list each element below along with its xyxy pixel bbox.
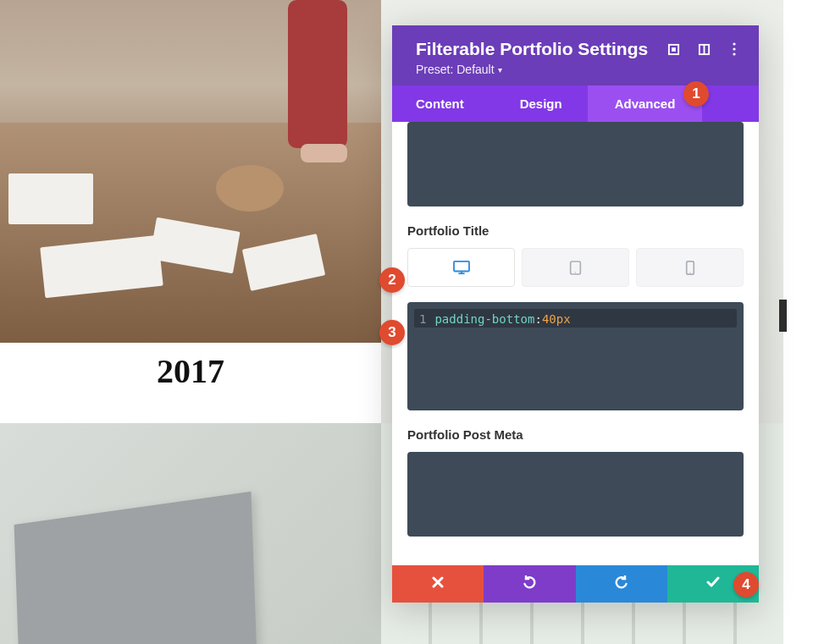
callout-1: 1: [683, 81, 709, 107]
svg-point-13: [689, 272, 690, 272]
panel-footer: [392, 565, 759, 603]
columns-icon[interactable]: [696, 41, 711, 57]
svg-point-4: [733, 42, 735, 45]
svg-point-5: [733, 47, 735, 50]
code-line-number: 1: [419, 312, 426, 326]
device-desktop-button[interactable]: [407, 248, 515, 287]
code-box-meta[interactable]: [407, 452, 744, 537]
photo-person-foot: [301, 144, 347, 162]
preset-label: Preset: Default: [416, 63, 495, 76]
more-icon[interactable]: [727, 41, 742, 57]
tab-design[interactable]: Design: [495, 85, 588, 122]
photo-person-legs: [288, 0, 347, 148]
code-colon: :: [534, 312, 541, 326]
right-gutter: [783, 0, 813, 644]
section-label-portfolio-post-meta: Portfolio Post Meta: [407, 427, 744, 442]
callout-4: 4: [733, 572, 759, 597]
panel-header-icons: [666, 41, 742, 57]
preset-selector[interactable]: Preset: Default ▾: [416, 63, 502, 76]
undo-icon: [523, 575, 536, 592]
close-icon: [432, 576, 444, 592]
svg-point-6: [733, 52, 735, 55]
cancel-button[interactable]: [392, 565, 484, 603]
code-property: padding-bottom: [434, 312, 534, 326]
panel-header: Filterable Portfolio Settings Preset: De…: [392, 25, 759, 85]
svg-rect-7: [454, 261, 469, 272]
redo-icon: [615, 575, 628, 592]
tab-content[interactable]: Content: [392, 85, 495, 122]
code-box-top[interactable]: [407, 122, 744, 206]
panel-title-row: Filterable Portfolio Settings: [416, 39, 742, 59]
caret-down-icon: ▾: [498, 65, 502, 74]
undo-button[interactable]: [484, 565, 575, 603]
portfolio-year-label: 2017: [0, 351, 381, 391]
callout-3: 3: [379, 320, 405, 345]
code-value: 40px: [542, 312, 571, 326]
settings-panel: Filterable Portfolio Settings Preset: De…: [392, 25, 759, 603]
responsive-device-row: [407, 248, 744, 287]
device-tablet-button[interactable]: [522, 248, 629, 287]
svg-rect-1: [672, 47, 676, 52]
portfolio-photo-top: [0, 0, 381, 343]
dark-sidebar-hint: [779, 300, 787, 332]
redo-button[interactable]: [576, 565, 667, 603]
photo-canvas: [14, 492, 257, 644]
expand-icon[interactable]: [666, 41, 681, 57]
section-label-portfolio-title: Portfolio Title: [407, 223, 744, 238]
callout-2: 2: [379, 267, 405, 293]
check-icon: [706, 576, 720, 592]
photo-palette: [216, 165, 284, 212]
svg-point-11: [575, 272, 576, 272]
photo-paper: [8, 173, 93, 224]
device-phone-button[interactable]: [636, 248, 744, 287]
page-background: 2017 Filterable Portfolio Settings: [0, 0, 813, 644]
css-code-editor[interactable]: 1padding-bottom:40px: [407, 302, 744, 410]
panel-body: Portfolio Title 1padding-bottom:40px Por…: [392, 122, 759, 565]
panel-title: Filterable Portfolio Settings: [416, 39, 648, 59]
portfolio-photo-bottom: [0, 423, 381, 644]
